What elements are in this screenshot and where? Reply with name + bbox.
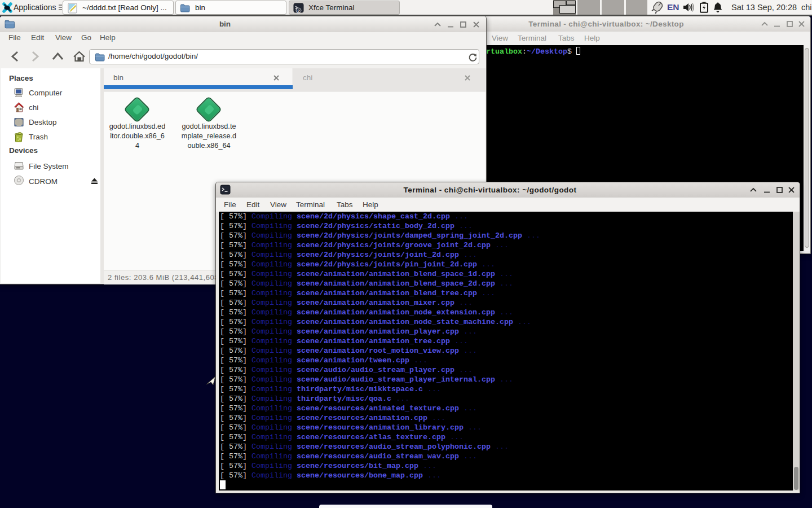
svg-text:2: 2: [297, 8, 300, 14]
